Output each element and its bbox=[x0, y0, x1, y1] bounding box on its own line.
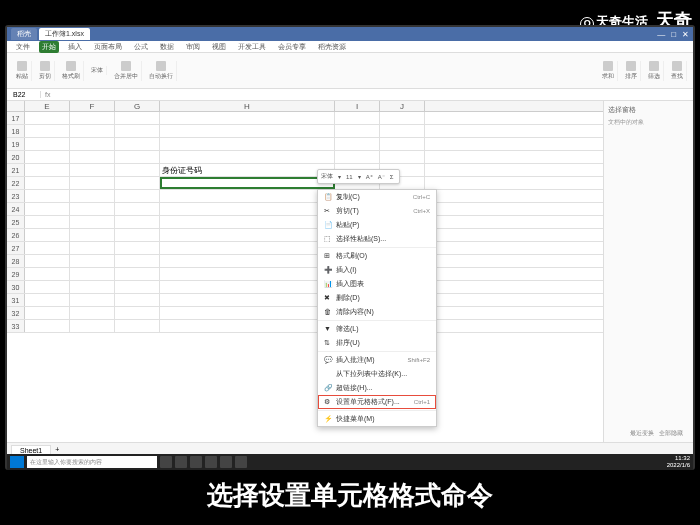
taskbar-app-icon[interactable] bbox=[205, 456, 217, 468]
cell[interactable] bbox=[160, 229, 335, 241]
cell[interactable] bbox=[335, 138, 380, 150]
row-header[interactable]: 18 bbox=[7, 125, 25, 137]
menu-item[interactable]: 🔗超链接(H)... bbox=[318, 381, 436, 395]
ribbon-tab[interactable]: 会员专享 bbox=[275, 41, 309, 53]
row-header[interactable]: 31 bbox=[7, 294, 25, 306]
find-icon[interactable] bbox=[672, 61, 682, 71]
merge-icon[interactable] bbox=[121, 61, 131, 71]
menu-item[interactable]: ⚙设置单元格格式(F)...Ctrl+1 bbox=[318, 395, 436, 409]
cell[interactable] bbox=[25, 307, 70, 319]
cell[interactable] bbox=[160, 281, 335, 293]
titlebar-tab-home[interactable]: 稻壳 bbox=[11, 28, 37, 40]
menu-item[interactable]: 📊插入图表 bbox=[318, 277, 436, 291]
cell[interactable] bbox=[115, 281, 160, 293]
format-painter-icon[interactable] bbox=[66, 61, 76, 71]
ribbon-tab-active[interactable]: 开始 bbox=[39, 41, 59, 53]
cell[interactable] bbox=[115, 320, 160, 332]
window-close[interactable]: ✕ bbox=[682, 30, 689, 39]
ribbon-tab[interactable]: 文件 bbox=[13, 41, 33, 53]
cell[interactable] bbox=[25, 190, 70, 202]
cell[interactable] bbox=[160, 242, 335, 254]
cell[interactable] bbox=[115, 138, 160, 150]
cell[interactable] bbox=[335, 112, 380, 124]
start-button[interactable] bbox=[10, 456, 24, 468]
row-header[interactable]: 24 bbox=[7, 203, 25, 215]
cell[interactable] bbox=[25, 320, 70, 332]
cell[interactable] bbox=[115, 125, 160, 137]
menu-item[interactable]: ✖删除(D) bbox=[318, 291, 436, 305]
row-header[interactable]: 19 bbox=[7, 138, 25, 150]
cell[interactable] bbox=[25, 164, 70, 176]
cell[interactable] bbox=[115, 151, 160, 163]
ribbon-tab[interactable]: 页面布局 bbox=[91, 41, 125, 53]
col-header[interactable]: G bbox=[115, 101, 160, 111]
taskbar-app-icon[interactable] bbox=[220, 456, 232, 468]
titlebar-tab-file[interactable]: 工作簿1.xlsx bbox=[39, 28, 90, 40]
row-header[interactable]: 23 bbox=[7, 190, 25, 202]
cell[interactable] bbox=[115, 255, 160, 267]
taskbar-app-icon[interactable] bbox=[160, 456, 172, 468]
cell[interactable] bbox=[160, 151, 335, 163]
menu-item[interactable]: 🗑清除内容(N) bbox=[318, 305, 436, 319]
cell[interactable] bbox=[25, 177, 70, 189]
cell[interactable] bbox=[115, 164, 160, 176]
row-header[interactable]: 27 bbox=[7, 242, 25, 254]
col-header[interactable]: F bbox=[70, 101, 115, 111]
cell[interactable] bbox=[160, 125, 335, 137]
cell[interactable] bbox=[25, 268, 70, 280]
cell[interactable] bbox=[115, 229, 160, 241]
row-header[interactable]: 21 bbox=[7, 164, 25, 176]
cell[interactable] bbox=[70, 164, 115, 176]
cell[interactable] bbox=[25, 151, 70, 163]
cell[interactable] bbox=[70, 125, 115, 137]
cell[interactable] bbox=[70, 294, 115, 306]
cell[interactable] bbox=[70, 229, 115, 241]
ribbon-tab[interactable]: 稻壳资源 bbox=[315, 41, 349, 53]
paste-icon[interactable] bbox=[17, 61, 27, 71]
cell[interactable] bbox=[25, 281, 70, 293]
cell[interactable] bbox=[25, 203, 70, 215]
cell[interactable] bbox=[70, 151, 115, 163]
cell[interactable] bbox=[115, 307, 160, 319]
cell[interactable] bbox=[70, 203, 115, 215]
cell[interactable] bbox=[160, 320, 335, 332]
cell[interactable] bbox=[335, 125, 380, 137]
cell[interactable] bbox=[115, 294, 160, 306]
menu-item[interactable]: ⬚选择性粘贴(S)... bbox=[318, 232, 436, 246]
cell[interactable] bbox=[160, 255, 335, 267]
cell[interactable] bbox=[115, 268, 160, 280]
cell[interactable] bbox=[25, 138, 70, 150]
cell[interactable] bbox=[115, 112, 160, 124]
cell[interactable] bbox=[70, 255, 115, 267]
sheet-tab[interactable]: Sheet1 bbox=[11, 445, 51, 455]
window-maximize[interactable]: □ bbox=[671, 30, 676, 39]
row-header[interactable]: 33 bbox=[7, 320, 25, 332]
sort-icon[interactable] bbox=[626, 61, 636, 71]
filter-icon[interactable] bbox=[649, 61, 659, 71]
cell[interactable] bbox=[160, 216, 335, 228]
row-header[interactable]: 30 bbox=[7, 281, 25, 293]
cell[interactable] bbox=[335, 151, 380, 163]
ribbon-tab[interactable]: 开发工具 bbox=[235, 41, 269, 53]
cell[interactable] bbox=[115, 177, 160, 189]
system-clock[interactable]: 11:322022/1/6 bbox=[667, 455, 690, 469]
cell[interactable] bbox=[70, 138, 115, 150]
cell[interactable] bbox=[70, 216, 115, 228]
cell[interactable] bbox=[70, 112, 115, 124]
cell[interactable] bbox=[380, 138, 425, 150]
row-header[interactable]: 17 bbox=[7, 112, 25, 124]
cell[interactable] bbox=[380, 125, 425, 137]
cell[interactable] bbox=[160, 177, 335, 189]
taskbar-app-icon[interactable] bbox=[190, 456, 202, 468]
menu-item[interactable]: ▼筛选(L) bbox=[318, 322, 436, 336]
row-header[interactable]: 22 bbox=[7, 177, 25, 189]
cell[interactable] bbox=[25, 229, 70, 241]
menu-item[interactable]: ⇅排序(U) bbox=[318, 336, 436, 350]
menu-item[interactable]: 📄粘贴(P) bbox=[318, 218, 436, 232]
cell[interactable] bbox=[160, 307, 335, 319]
cell[interactable] bbox=[25, 242, 70, 254]
cell[interactable] bbox=[25, 216, 70, 228]
add-sheet-button[interactable]: + bbox=[55, 446, 59, 453]
col-header[interactable]: I bbox=[335, 101, 380, 111]
row-header[interactable]: 26 bbox=[7, 229, 25, 241]
